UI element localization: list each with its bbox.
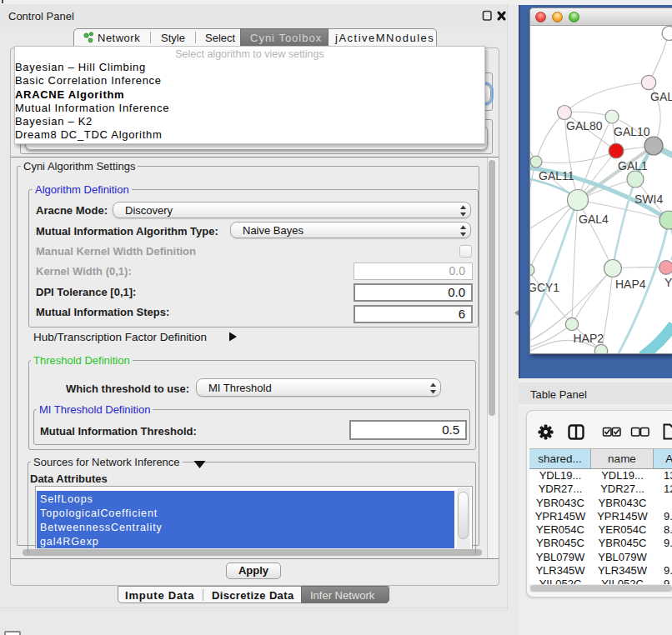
svg-text:HAP2: HAP2 (574, 332, 604, 345)
svg-text:GAL4: GAL4 (579, 212, 609, 226)
svg-text:GAL10: GAL10 (614, 125, 650, 138)
svg-text:SWI4: SWI4 (634, 192, 663, 206)
svg-text:GAL80: GAL80 (566, 119, 603, 132)
svg-text:HAP4: HAP4 (615, 278, 646, 291)
svg-text:GAL2: GAL2 (650, 90, 672, 103)
svg-text:GCY1: GCY1 (530, 281, 559, 294)
svg-text:YMR0: YMR0 (664, 276, 672, 289)
svg-text:GAL1: GAL1 (618, 159, 648, 172)
svg-text:GAL11: GAL11 (539, 169, 574, 182)
